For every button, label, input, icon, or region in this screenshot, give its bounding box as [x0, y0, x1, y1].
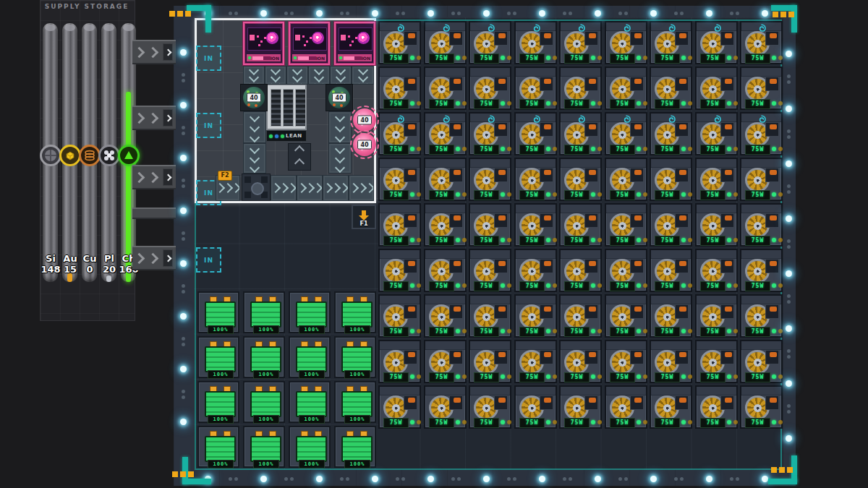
fan-generator[interactable]: 75W [605, 340, 647, 383]
fan-generator[interactable]: 75W [740, 112, 783, 155]
air-filter-machine[interactable] [266, 84, 307, 130]
fan-generator[interactable]: 75W [424, 158, 467, 201]
fan-generator[interactable]: 75W [378, 385, 421, 429]
fan-generator[interactable]: 75W [469, 294, 511, 338]
fan-generator[interactable]: 75W [469, 112, 511, 155]
urchin-ball[interactable]: 40 [353, 108, 376, 132]
fan-generator[interactable]: 75W [650, 203, 692, 247]
fan-generator[interactable]: 75W [605, 249, 647, 292]
urchin-ball[interactable]: 40 [353, 133, 376, 156]
fan-generator[interactable]: 75W [514, 385, 557, 429]
fan-generator[interactable]: 75W [650, 385, 692, 429]
fan-generator[interactable]: 75W [424, 249, 467, 292]
conveyor-belt[interactable] [271, 175, 297, 201]
in-port[interactable]: IN [196, 113, 221, 138]
fan-generator[interactable]: 75W [695, 158, 738, 201]
battery-cell[interactable]: 100% [289, 381, 331, 423]
fan-generator[interactable]: 75W [650, 67, 692, 110]
fan-generator[interactable]: 75W [469, 67, 511, 110]
battery-cell[interactable]: 100% [243, 426, 285, 468]
battery-cell[interactable]: 100% [289, 291, 331, 333]
fan-generator[interactable]: 75W [605, 294, 647, 338]
fan-generator[interactable]: 75W [559, 112, 602, 155]
fan-generator[interactable]: 75W [605, 21, 647, 64]
fan-generator[interactable]: 75W [650, 340, 692, 383]
fan-generator[interactable]: 75W [378, 249, 421, 292]
fan-generator[interactable]: 75W [605, 158, 647, 201]
conveyor-belt[interactable] [286, 66, 308, 85]
battery-cell[interactable]: 100% [243, 336, 285, 378]
algae-ball-tile[interactable]: 40 [240, 84, 268, 111]
conveyor-belt[interactable] [328, 143, 352, 174]
fan-generator[interactable]: 75W [378, 112, 421, 155]
fan-generator[interactable]: 75W [695, 249, 738, 292]
floor-marker-f2[interactable]: F2 [218, 171, 232, 181]
fan-generator[interactable]: 75W [514, 249, 557, 292]
fan-generator[interactable]: 75W [514, 67, 557, 110]
conveyor-belt[interactable] [349, 175, 374, 201]
fan-generator[interactable]: 75W [740, 385, 783, 429]
fan-generator[interactable]: 75W [469, 158, 511, 201]
fan-generator[interactable]: 75W [695, 385, 738, 429]
fan-generator[interactable]: 75W [514, 21, 557, 64]
fan-generator[interactable]: 75W [514, 203, 557, 247]
fan-generator[interactable]: 75W [695, 203, 738, 247]
battery-cell[interactable]: 100% [243, 381, 285, 423]
ion-machine[interactable]: ION [243, 22, 284, 65]
battery-cell[interactable]: 100% [197, 336, 239, 378]
fan-generator[interactable]: 75W [559, 21, 602, 64]
fan-generator[interactable]: 75W [378, 294, 421, 338]
algae-ball-tile[interactable]: 40 [326, 84, 353, 111]
battery-cell[interactable]: 100% [334, 381, 376, 423]
fan-generator[interactable]: 75W [378, 158, 421, 201]
fan-generator[interactable]: 75W [740, 294, 783, 338]
fan-generator[interactable]: 75W [424, 340, 467, 383]
fan-generator[interactable]: 75W [695, 67, 738, 110]
fan-generator[interactable]: 75W [559, 203, 602, 247]
battery-cell[interactable]: 100% [289, 336, 331, 378]
fan-generator[interactable]: 75W [605, 67, 647, 110]
conveyor-belt[interactable] [330, 66, 352, 85]
battery-cell[interactable]: 100% [197, 291, 239, 333]
fan-generator[interactable]: 75W [514, 158, 557, 201]
fan-generator[interactable]: 75W [740, 249, 783, 292]
fan-generator[interactable]: 75W [605, 203, 647, 247]
fan-generator[interactable]: 75W [514, 340, 557, 383]
fan-generator[interactable]: 75W [378, 67, 421, 110]
fan-generator[interactable]: 75W [424, 21, 467, 64]
fan-generator[interactable]: 75W [650, 21, 692, 64]
fan-generator[interactable]: 75W [695, 21, 738, 64]
battery-cell[interactable]: 100% [334, 336, 376, 378]
fan-generator[interactable]: 75W [559, 67, 602, 110]
fan-generator[interactable]: 75W [650, 158, 692, 201]
conveyor-belt[interactable] [243, 143, 266, 174]
fan-generator[interactable]: 75W [695, 340, 738, 383]
battery-cell[interactable]: 100% [334, 426, 376, 468]
fan-generator[interactable]: 75W [695, 112, 738, 155]
fan-generator[interactable]: 75W [514, 112, 557, 155]
fan-generator[interactable]: 75W [740, 158, 783, 201]
ion-machine[interactable]: ION [334, 22, 375, 65]
conveyor-belt[interactable] [297, 175, 323, 201]
in-port[interactable]: IN [196, 46, 221, 71]
conveyor-belt[interactable] [243, 111, 266, 143]
belt-splitter[interactable] [242, 174, 271, 201]
fan-generator[interactable]: 75W [514, 294, 557, 338]
fan-generator[interactable]: 75W [378, 203, 421, 247]
ion-machine[interactable]: ION [289, 22, 330, 65]
fan-generator[interactable]: 75W [469, 203, 511, 247]
battery-cell[interactable]: 100% [197, 381, 239, 423]
fan-generator[interactable]: 75W [469, 21, 511, 64]
fan-generator[interactable]: 75W [559, 158, 602, 201]
conveyor-belt[interactable] [308, 66, 330, 85]
conveyor-belt[interactable] [323, 175, 349, 201]
fan-generator[interactable]: 75W [740, 203, 783, 247]
fan-generator[interactable]: 75W [469, 249, 511, 292]
exhaust-port[interactable] [288, 143, 311, 171]
fan-generator[interactable]: 75W [469, 340, 511, 383]
fan-generator[interactable]: 75W [740, 21, 783, 64]
fan-generator[interactable]: 75W [424, 112, 467, 155]
fan-generator[interactable]: 75W [559, 294, 602, 338]
conveyor-belt[interactable] [243, 66, 265, 85]
fan-generator[interactable]: 75W [469, 385, 511, 429]
